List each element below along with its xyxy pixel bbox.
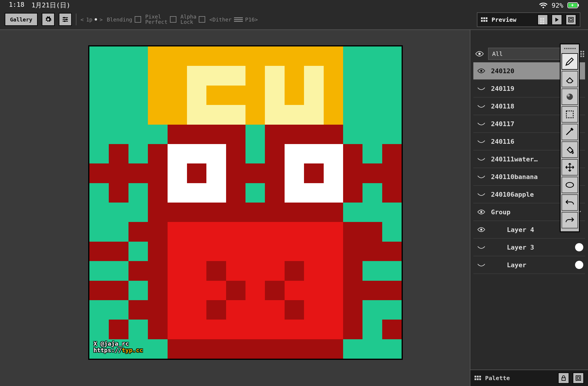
layer-row[interactable]: Layer 3	[473, 239, 585, 256]
eye-icon[interactable]	[473, 48, 486, 60]
blending-toggle[interactable]: Blending	[107, 16, 141, 23]
palette-lock-button[interactable]	[558, 372, 569, 384]
pencil-icon	[565, 56, 575, 66]
svg-rect-17	[566, 111, 573, 118]
sliders-icon	[62, 16, 69, 23]
pixel-art	[89, 46, 402, 359]
tool-dock[interactable]	[560, 44, 580, 232]
eyedropper-tool-button[interactable]	[562, 124, 578, 140]
redo-tool-button[interactable]	[562, 212, 578, 228]
svg-point-4	[66, 19, 67, 20]
layer-name: Layer 3	[489, 244, 575, 251]
ellipse-icon	[565, 180, 575, 190]
status-bar: 1:18 1月21日(日) 92%	[0, 0, 588, 11]
preview-label: Preview	[492, 16, 534, 23]
layer-swatch	[575, 261, 583, 269]
eye-closed-icon[interactable]	[473, 86, 489, 91]
layer-row[interactable]: Layer	[473, 256, 585, 274]
svg-point-3	[63, 17, 65, 19]
gear-icon	[45, 16, 52, 23]
svg-point-18	[566, 183, 574, 188]
svg-point-11	[480, 229, 482, 231]
svg-point-15	[567, 93, 573, 100]
undo-icon	[565, 198, 575, 208]
svg-point-8	[478, 53, 481, 55]
settings-button[interactable]	[42, 13, 55, 26]
sphere-icon	[565, 92, 575, 102]
lock-icon	[561, 375, 566, 381]
svg-point-9	[480, 70, 482, 72]
eye-closed-icon[interactable]	[473, 138, 489, 144]
svg-rect-12	[562, 378, 565, 380]
preview-fullscreen-button[interactable]	[566, 14, 576, 25]
preview-play-button[interactable]	[552, 14, 562, 25]
move-icon	[565, 162, 575, 172]
sphere-tool-button[interactable]	[562, 88, 578, 105]
eye-open-icon[interactable]	[473, 227, 489, 233]
fullscreen-icon	[568, 17, 574, 22]
eye-open-icon[interactable]	[473, 68, 489, 74]
bucket-tool-button[interactable]	[562, 141, 578, 158]
layer-name: Layer	[489, 261, 575, 269]
checkbox-icon	[135, 16, 141, 23]
play-icon	[554, 17, 559, 22]
checkbox-icon	[170, 16, 176, 23]
marquee-icon	[565, 109, 575, 119]
grid-icon	[475, 376, 482, 380]
layer-swatch	[575, 243, 583, 251]
marquee-tool-button[interactable]	[562, 106, 578, 123]
fullscreen-icon	[576, 375, 581, 381]
redo-icon	[565, 215, 575, 225]
eye-closed-icon[interactable]	[473, 244, 489, 250]
status-battery: 92%	[552, 2, 563, 9]
separator	[76, 14, 76, 25]
svg-rect-13	[576, 376, 581, 380]
undo-tool-button[interactable]	[562, 194, 578, 211]
sliders-button[interactable]	[59, 13, 72, 26]
svg-point-10	[480, 211, 482, 213]
eye-closed-icon[interactable]	[473, 191, 489, 197]
status-date: 1月21日(日)	[31, 1, 70, 10]
ellipse-tool-button[interactable]	[562, 177, 578, 193]
wifi-icon	[539, 2, 547, 9]
eye-closed-icon[interactable]	[473, 103, 489, 109]
eraser-icon	[565, 74, 575, 84]
eyedropper-icon	[565, 127, 575, 137]
svg-rect-2	[578, 4, 579, 6]
dither-lines-icon	[234, 17, 243, 22]
eye-closed-icon[interactable]	[473, 121, 489, 127]
svg-point-16	[567, 94, 570, 97]
eye-closed-icon[interactable]	[473, 174, 489, 180]
grid-icon	[481, 17, 488, 22]
palette-expand-button[interactable]	[573, 372, 584, 384]
eraser-tool-button[interactable]	[562, 71, 578, 87]
preview-bar: Preview	[477, 12, 580, 27]
eye-open-icon[interactable]	[473, 209, 489, 215]
palette-label: Palette	[485, 375, 554, 382]
dither-control[interactable]: <Dither P16>	[209, 16, 258, 23]
svg-point-5	[64, 21, 65, 22]
svg-rect-6	[569, 17, 573, 22]
drag-handle-icon[interactable]	[561, 46, 579, 51]
eye-closed-icon[interactable]	[473, 262, 489, 268]
bucket-icon	[565, 145, 575, 155]
svg-rect-14	[577, 377, 579, 379]
watermark: X @jaja_rc https://typ.cc	[93, 340, 143, 353]
status-time: 1:18	[9, 1, 24, 10]
dot-icon	[95, 18, 97, 21]
palette-bar: Palette	[470, 370, 588, 386]
gallery-button[interactable]: Gallery	[5, 13, 38, 26]
preview-grid-button[interactable]	[537, 14, 548, 25]
alpha-lock-toggle[interactable]: AlphaLock	[181, 14, 205, 25]
eye-closed-icon[interactable]	[473, 156, 489, 162]
pencil-tool-button[interactable]	[562, 53, 578, 70]
svg-rect-7	[570, 19, 572, 21]
move-tool-button[interactable]	[562, 159, 578, 176]
canvas[interactable]: X @jaja_rc https://typ.cc	[88, 45, 403, 360]
checkbox-icon	[199, 16, 205, 23]
grid-icon	[540, 18, 545, 21]
canvas-area[interactable]: X @jaja_rc https://typ.cc	[0, 29, 470, 386]
pixel-perfect-toggle[interactable]: PixelPerfect	[145, 14, 176, 25]
brush-size-control[interactable]: < 1p >	[81, 16, 103, 23]
battery-icon	[567, 2, 579, 8]
